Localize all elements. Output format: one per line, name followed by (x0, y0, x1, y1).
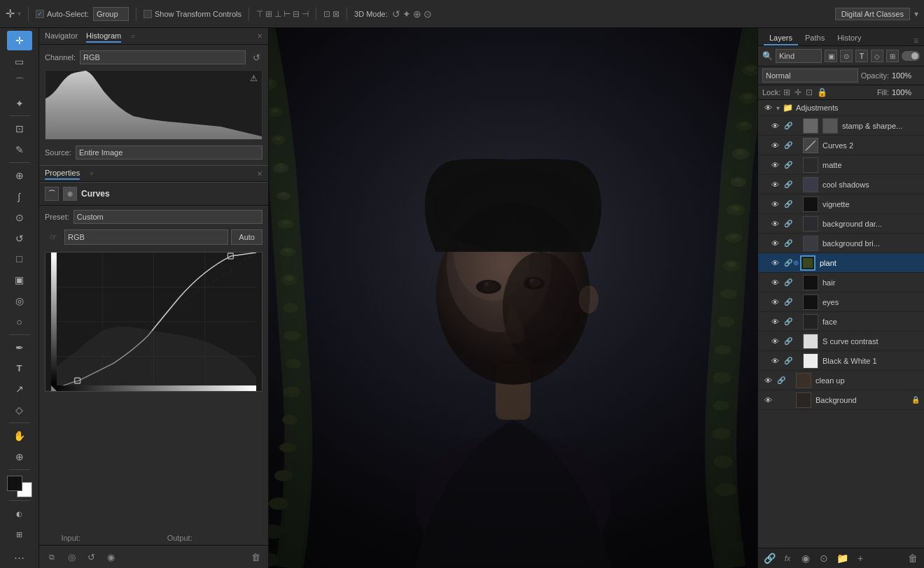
plant-link[interactable]: 🔗 (783, 258, 793, 268)
3d-camera-icon[interactable]: ⊙ (424, 8, 432, 20)
zoom-tool-icon[interactable]: ⊕ (7, 447, 32, 467)
layer-plant[interactable]: 👁 🔗 ⊕ plant (758, 253, 924, 273)
curves-finger-icon[interactable]: ☞ (45, 230, 62, 244)
properties-visibility-icon[interactable]: ◎ (64, 550, 78, 564)
layer-s-curve[interactable]: 👁 🔗 S curve contrast (758, 332, 924, 351)
scurve-visibility[interactable]: 👁 (769, 336, 780, 347)
curves2-link[interactable]: 🔗 (783, 141, 793, 150)
eyes-link[interactable]: 🔗 (783, 297, 793, 307)
channel-select[interactable]: RGB Red Green Blue (80, 50, 246, 64)
layer-background[interactable]: 👁 Background 🔒 (758, 390, 924, 410)
layer-stamp-sharpe[interactable]: 👁 🔗 stamp & sharpe... (758, 116, 924, 136)
dodge-tool-icon[interactable]: ○ (7, 312, 32, 332)
auto-button[interactable]: Auto (231, 229, 262, 245)
pen-tool-icon[interactable]: ✒ (7, 338, 32, 357)
brush-tool-icon[interactable]: ∫ (7, 187, 32, 206)
tab-history[interactable]: History (832, 31, 867, 45)
cool-mask[interactable] (793, 180, 803, 190)
layer-new-btn[interactable]: + (853, 551, 867, 565)
lasso-tool-icon[interactable]: ⌒ (7, 73, 32, 92)
cleanup-visibility[interactable]: 👁 (762, 375, 774, 386)
vignette-visibility[interactable]: 👁 (769, 199, 780, 210)
text-tool-icon[interactable]: T (7, 359, 32, 378)
source-select[interactable]: Entire Image Selected Layer (76, 145, 262, 159)
tab-paths[interactable]: Paths (799, 31, 830, 45)
show-transform-checkbox[interactable] (144, 10, 152, 18)
color-swatches[interactable] (7, 476, 32, 498)
histogram-refresh-btn[interactable]: ↺ (250, 51, 262, 64)
clone-stamp-icon[interactable]: ⊙ (7, 208, 32, 227)
foreground-color-swatch[interactable] (7, 476, 22, 491)
stamp-mask[interactable] (793, 121, 803, 131)
histogram-panel-close[interactable]: ✕ (257, 32, 262, 40)
cleanup-link[interactable]: 🔗 (776, 376, 786, 385)
blur-tool-icon[interactable]: ◎ (7, 291, 32, 311)
align-top-icon[interactable]: ⊤ (256, 9, 263, 19)
align-vcenter-icon[interactable]: ⊞ (265, 9, 272, 19)
move-tool-icon[interactable]: ✛ (7, 31, 32, 50)
blend-mode-select[interactable]: Normal Multiply Screen Overlay Soft Ligh… (762, 69, 858, 83)
lock-artboard-icon[interactable]: ⊡ (806, 87, 813, 97)
fill-value[interactable]: 100% (892, 88, 920, 97)
filter-type-select[interactable]: Kind Name Effect Mode (776, 49, 822, 63)
bw-link[interactable]: 🔗 (783, 356, 793, 366)
align-bottom-icon[interactable]: ⊥ (274, 9, 281, 19)
layer-adjustment-btn[interactable]: ⊙ (817, 551, 831, 565)
layer-bg-bright[interactable]: 👁 🔗 background bri... (758, 234, 924, 253)
filter-smart-icon[interactable]: ⊞ (886, 50, 899, 62)
face-link[interactable]: 🔗 (783, 317, 793, 327)
bgbright-mask[interactable] (793, 239, 803, 248)
bw-visibility[interactable]: 👁 (769, 355, 780, 367)
layers-panel-menu-icon[interactable]: ≡ (913, 36, 918, 45)
cool-visibility[interactable]: 👁 (769, 179, 780, 190)
layer-hair[interactable]: 👁 🔗 hair (758, 273, 924, 292)
quick-mask-icon[interactable]: ◐ (7, 504, 32, 523)
distrib-h-icon[interactable]: ⊡ (323, 9, 330, 19)
align-right-icon[interactable]: ⊣ (302, 9, 309, 19)
crop-tool-icon[interactable]: ⊡ (7, 119, 32, 139)
bgdark-visibility[interactable]: 👁 (769, 218, 780, 229)
plant-visibility[interactable]: 👁 (769, 257, 780, 269)
bg-visibility[interactable]: 👁 (762, 395, 774, 406)
adjustments-group-visibility[interactable]: 👁 (762, 102, 774, 113)
align-left-icon[interactable]: ⊢ (284, 9, 290, 19)
filter-shape-icon[interactable]: ◇ (871, 50, 883, 62)
lock-all-icon[interactable]: 🔒 (817, 87, 827, 97)
bw-mask[interactable] (793, 356, 803, 366)
layer-cleanup[interactable]: 👁 🔗 clean up (758, 371, 924, 390)
stamp-visibility[interactable]: 👁 (769, 120, 780, 132)
eyedropper-tool-icon[interactable]: ✎ (7, 140, 32, 159)
3d-pan-icon[interactable]: ✦ (402, 8, 411, 20)
move-tool[interactable]: ✛ ▾ (6, 7, 21, 20)
adjustments-expand-icon[interactable]: ▾ (776, 104, 780, 112)
align-hcenter-icon[interactable]: ⊟ (293, 9, 300, 19)
bgdark-link[interactable]: 🔗 (783, 219, 793, 229)
properties-reset-icon[interactable]: ↺ (84, 550, 98, 564)
tab-navigator[interactable]: Navigator (45, 30, 78, 43)
plant-clip-icon[interactable]: ⊕ (793, 259, 799, 267)
layer-bg-dark[interactable]: 👁 🔗 background dar... (758, 214, 924, 234)
quick-select-icon[interactable]: ✦ (7, 94, 32, 113)
adjustments-group-header[interactable]: 👁 ▾ 📁 Adjustments (758, 100, 924, 116)
layer-cool-shadows[interactable]: 👁 🔗 cool shadows (758, 175, 924, 194)
vignette-mask[interactable] (793, 199, 803, 209)
shape-tool-icon[interactable]: ◇ (7, 400, 32, 420)
filter-adjust-icon[interactable]: ⊙ (840, 50, 853, 62)
extra-tools-icon[interactable]: … (7, 546, 32, 565)
filter-pixel-icon[interactable]: ▣ (825, 50, 837, 62)
stamp-link[interactable]: 🔗 (783, 121, 793, 131)
lock-checkerboard-icon[interactable]: ⊞ (783, 87, 790, 97)
layer-group-btn[interactable]: 📁 (835, 551, 849, 565)
hair-mask[interactable] (793, 278, 803, 287)
hand-tool-icon[interactable]: ✋ (7, 426, 32, 446)
workspace-selector[interactable]: Digital Art Classes (835, 8, 910, 20)
scurve-link[interactable]: 🔗 (783, 336, 793, 346)
eyes-visibility[interactable]: 👁 (769, 297, 780, 308)
layer-curves-2[interactable]: 👁 🔗 Curves 2 (758, 136, 924, 155)
bgbright-link[interactable]: 🔗 (783, 239, 793, 248)
vignette-link[interactable]: 🔗 (783, 199, 793, 209)
healing-brush-icon[interactable]: ⊕ (7, 166, 32, 185)
3d-zoom-icon[interactable]: ⊕ (413, 8, 421, 20)
scurve-mask[interactable] (793, 336, 803, 346)
bgbright-visibility[interactable]: 👁 (769, 238, 780, 249)
